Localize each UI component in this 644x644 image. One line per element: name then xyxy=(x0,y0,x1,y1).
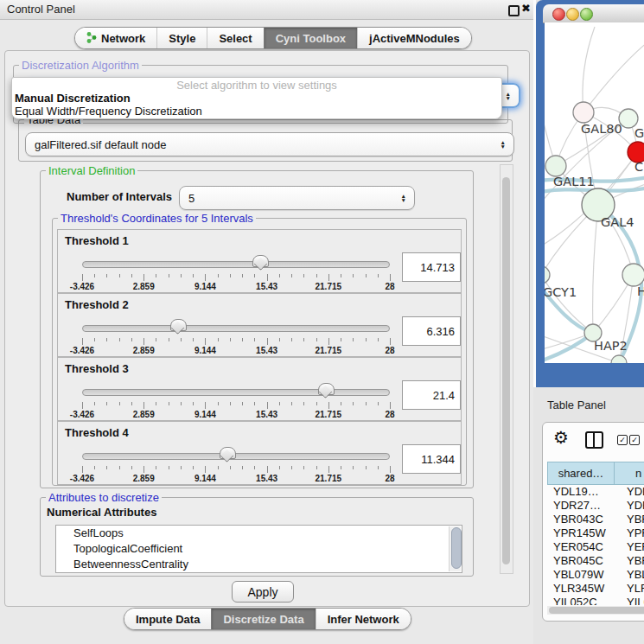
threshold-value-field[interactable]: 6.316 xyxy=(402,316,461,346)
cell-name[interactable]: YDL1 xyxy=(619,485,644,499)
table-row[interactable]: YBR043CYBR0 xyxy=(547,513,644,526)
cell-name[interactable]: YLR3 xyxy=(619,582,644,596)
threshold-slider[interactable]: -3.4262.8599.14415.4321.71528 xyxy=(82,384,390,420)
zoom-traffic-light-icon[interactable] xyxy=(580,8,593,21)
cell-shared-name[interactable]: YLR345W xyxy=(547,582,619,596)
cell-name[interactable]: YIL0 xyxy=(619,596,644,605)
cell-name[interactable]: YBR0 xyxy=(619,513,644,526)
cell-name[interactable]: YPR1 xyxy=(619,526,644,540)
close-icon[interactable]: ✖ xyxy=(521,2,531,15)
apply-button[interactable]: Apply xyxy=(232,581,294,603)
cell-shared-name[interactable]: YDL19… xyxy=(547,485,619,499)
node-h[interactable] xyxy=(622,264,644,286)
tick-mark xyxy=(218,274,219,277)
threshold-slider[interactable]: -3.4262.8599.14415.4321.71528 xyxy=(82,256,390,292)
popup-option-equal-width-frequency[interactable]: Equal Width/Frequency Discretization xyxy=(12,105,501,118)
attributes-scrollbar[interactable] xyxy=(449,526,461,571)
tab-discretize-data[interactable]: Discretize Data xyxy=(211,609,315,629)
threshold-slider[interactable]: -3.4262.8599.14415.4321.71528 xyxy=(82,448,390,484)
slider-thumb[interactable] xyxy=(318,383,335,395)
minimize-traffic-light-icon[interactable] xyxy=(566,8,579,21)
table-row[interactable]: YDR27…YDR2 xyxy=(547,499,644,513)
tick-mark xyxy=(390,466,391,473)
panel-vertical-scrollbar[interactable] xyxy=(500,164,513,574)
checkbox-icon[interactable]: ✓ xyxy=(629,435,640,445)
node-gcy1[interactable] xyxy=(545,266,550,284)
columns-icon[interactable] xyxy=(585,431,603,449)
tick-mark xyxy=(131,466,132,469)
table-data-select[interactable]: galFiltered.sif default node ▲▼ xyxy=(25,132,514,156)
scrollbar-thumb[interactable] xyxy=(502,177,510,564)
table-row[interactable]: YIL052CYIL0 xyxy=(547,596,644,605)
tab-infer-network[interactable]: Infer Network xyxy=(316,609,411,629)
number-of-intervals-select[interactable]: 5 ▲▼ xyxy=(179,186,415,210)
attribute-item-topologicalcoefficient[interactable]: TopologicalCoefficient xyxy=(56,541,462,557)
slider-thumb[interactable] xyxy=(220,447,236,459)
table-row[interactable]: YLR345WYLR3 xyxy=(547,582,644,596)
slider-thumb[interactable] xyxy=(170,319,187,331)
column-header-name[interactable]: n xyxy=(615,462,644,485)
tick-mark xyxy=(143,338,144,345)
slider-thumb[interactable] xyxy=(252,255,269,267)
numerical-attributes-list[interactable]: SelfLoopsTopologicalCoefficientBetweenne… xyxy=(55,525,462,573)
threshold-value-field[interactable]: 11.344 xyxy=(402,444,461,474)
attribute-item-betweennesscentrality[interactable]: BetweennessCentrality xyxy=(56,557,462,572)
cell-name[interactable]: YDR2 xyxy=(619,499,644,513)
scrollbar-thumb[interactable] xyxy=(451,527,462,569)
cell-shared-name[interactable]: YDR27… xyxy=(547,499,619,513)
node-gal80[interactable] xyxy=(573,102,594,123)
float-window-icon[interactable] xyxy=(508,5,520,16)
table-row[interactable]: YER054CYER0 xyxy=(547,540,644,554)
slider-track[interactable] xyxy=(82,453,390,460)
table-row[interactable]: YBL079WYBL0 xyxy=(547,568,644,582)
tab-impute-data[interactable]: Impute Data xyxy=(124,609,211,629)
table-row[interactable]: YDL19…YDL1 xyxy=(547,485,644,499)
attribute-item-selfloops[interactable]: SelfLoops xyxy=(56,526,462,541)
tick-mark xyxy=(143,402,144,409)
network-window-titlebar[interactable] xyxy=(543,4,644,23)
cell-shared-name[interactable]: YBR043C xyxy=(547,513,619,526)
algorithm-dropdown-popup: Select algorithm to view settings Manual… xyxy=(11,77,502,119)
tab-jactivemnodules[interactable]: jActiveMNodules xyxy=(357,28,471,48)
threshold-value-field[interactable]: 21.4 xyxy=(402,380,461,410)
tick-mark xyxy=(341,402,341,405)
slider-track[interactable] xyxy=(82,261,390,268)
scale-label: -3.426 xyxy=(70,346,94,355)
cell-shared-name[interactable]: YIL052C xyxy=(547,596,619,605)
threshold-label: Threshold 3 xyxy=(65,362,129,375)
table-horizontal-scrollbar[interactable] xyxy=(547,606,644,615)
tick-mark xyxy=(267,466,268,473)
network-canvas[interactable]: GAL80 GA C GAL11 GAL4 GCY1 H HAP2 xyxy=(545,22,644,363)
table-row[interactable]: YBR045CYBR0 xyxy=(547,554,644,568)
node-gal11[interactable] xyxy=(545,156,566,176)
cell-name[interactable]: YER0 xyxy=(619,540,644,554)
tab-style[interactable]: Style xyxy=(156,28,207,48)
cell-shared-name[interactable]: YPR145W xyxy=(547,526,619,540)
threshold-label: Threshold 1 xyxy=(65,234,129,247)
node-bottom[interactable] xyxy=(611,355,627,363)
node-label-top-right: GA xyxy=(634,126,644,140)
threshold-value-field[interactable]: 14.713 xyxy=(402,252,461,282)
tick-mark xyxy=(106,402,107,405)
tick-mark xyxy=(353,338,354,341)
gear-icon[interactable]: ⚙ xyxy=(553,427,569,448)
cell-shared-name[interactable]: YBR045C xyxy=(547,554,619,568)
slider-track[interactable] xyxy=(82,325,390,332)
slider-track[interactable] xyxy=(82,389,390,396)
threshold-slider[interactable]: -3.4262.8599.14415.4321.71528 xyxy=(82,320,390,356)
popup-option-manual-discretization[interactable]: Manual Discretization xyxy=(12,92,501,105)
scrollbar-thumb[interactable] xyxy=(549,607,644,614)
cell-name[interactable]: YBL0 xyxy=(619,568,644,582)
close-traffic-light-icon[interactable] xyxy=(552,8,565,21)
cell-shared-name[interactable]: YER054C xyxy=(547,540,619,554)
column-header-shared[interactable]: shared… xyxy=(547,462,615,485)
tick-mark xyxy=(279,466,280,469)
tab-network[interactable]: Network xyxy=(75,28,156,48)
cell-name[interactable]: YBR0 xyxy=(619,554,644,568)
tab-select[interactable]: Select xyxy=(207,28,263,48)
checkbox-icon[interactable]: ✓ xyxy=(617,435,628,445)
cell-shared-name[interactable]: YBL079W xyxy=(547,568,619,582)
tab-cyni-toolbox[interactable]: Cyni Toolbox xyxy=(264,28,357,48)
table-row[interactable]: YPR145WYPR1 xyxy=(547,526,644,540)
tick-mark xyxy=(106,466,107,469)
